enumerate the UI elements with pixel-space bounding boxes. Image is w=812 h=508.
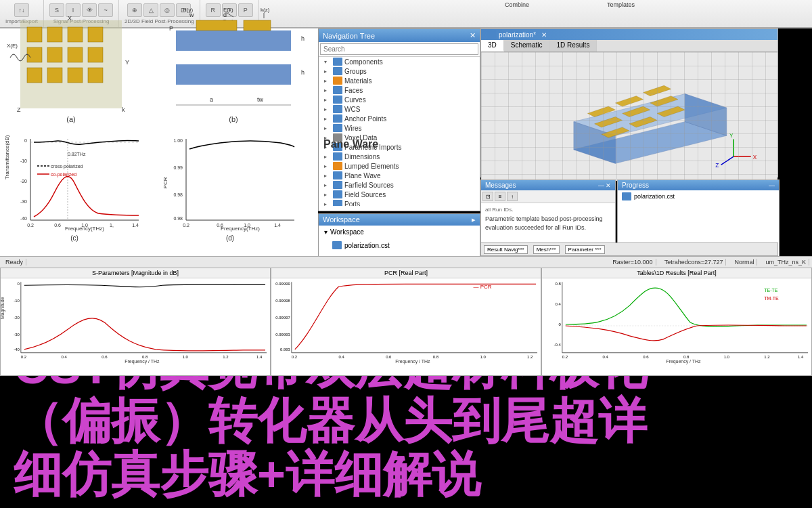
svg-text:Z: Z — [17, 106, 21, 113]
svg-text:0.99998: 0.99998 — [275, 299, 290, 303]
svg-text:— PCR: — PCR — [474, 284, 492, 290]
nav-item-wires[interactable]: ▸ Wires — [319, 123, 480, 133]
svg-text:0.4: 0.4 — [339, 355, 345, 359]
figure-b: (b) w d h h a tw P E(x) H(y) k(z) — [156, 3, 311, 125]
lumped-label: Lumped Elements — [344, 163, 399, 170]
nav-item-field-sources[interactable]: ▸ Field Sources — [319, 190, 480, 199]
svg-text:0.4: 0.4 — [603, 355, 609, 359]
nav-item-wcs[interactable]: ▸ WCS — [319, 104, 480, 114]
workspace-file-label: polarization.cst — [344, 242, 390, 249]
workspace-root[interactable]: ▾ Workspace — [319, 226, 480, 238]
svg-text:1.00: 1.00 — [173, 138, 183, 143]
nav-item-groups[interactable]: ▸ Groups — [319, 66, 480, 76]
svg-text:1,: 1, — [110, 223, 114, 228]
nav-item-lumped[interactable]: ▸ Lumped Elements — [319, 161, 480, 171]
viewport-tab-bar: 3D Schematic 1D Results — [481, 40, 777, 52]
groups-icon — [333, 67, 342, 75]
status-unit: um_THz_ns_K — [763, 259, 809, 266]
svg-rect-5 — [88, 27, 103, 42]
messages-minimize-btn[interactable]: — — [598, 182, 604, 189]
curves-label: Curves — [344, 96, 366, 104]
svg-text:1.0: 1.0 — [183, 355, 189, 359]
messages-filter-btn[interactable]: ≡ — [495, 192, 505, 201]
nav-item-materials[interactable]: ▸ Materials — [319, 76, 480, 85]
svg-text:-20: -20 — [20, 179, 27, 184]
messages-close-btn[interactable]: ✕ — [606, 182, 611, 189]
workspace-file[interactable]: polarization.cst — [319, 238, 480, 252]
svg-rect-13 — [88, 68, 103, 83]
tab-3d[interactable]: 3D — [481, 40, 504, 51]
svg-text:-10: -10 — [20, 158, 27, 163]
expand-icon-13: ▸ — [324, 173, 331, 179]
nav-item-faces[interactable]: ▸ Faces — [319, 85, 480, 95]
svg-text:0.6: 0.6 — [386, 355, 392, 359]
svg-rect-7 — [47, 47, 62, 62]
svg-text:0.6: 0.6 — [643, 355, 649, 359]
svg-text:E(x): E(x) — [223, 7, 233, 13]
svg-text:TM-TE: TM-TE — [764, 296, 779, 301]
dimensions-icon — [333, 152, 342, 161]
expand-icon-4: ▸ — [324, 87, 331, 93]
status-ready: Ready — [3, 259, 26, 266]
components-label: Components — [344, 58, 383, 66]
expand-icon-16: ▸ — [324, 201, 331, 207]
svg-text:1.4: 1.4 — [132, 223, 139, 228]
svg-text:0.99: 0.99 — [173, 165, 183, 170]
svg-text:1.0: 1.0 — [244, 223, 250, 228]
chart-c-transmittance: (c) Transmittance(dB) Frequency(THz) 0 -… — [3, 132, 145, 244]
svg-text:0.8: 0.8 — [556, 282, 562, 286]
result-nav-tab1[interactable]: Result Navig*** — [484, 245, 528, 254]
nav-tree-search-container — [319, 42, 480, 57]
workspace-expand-icon: ▸ — [472, 215, 476, 224]
expand-icon-8: ▸ — [324, 125, 331, 131]
nav-item-curves[interactable]: ▸ Curves — [319, 95, 480, 104]
result-nav-tab2[interactable]: Mesh*** — [533, 245, 560, 254]
materials-label: Materials — [344, 77, 372, 85]
svg-rect-3 — [47, 27, 62, 42]
result-nav-tab3[interactable]: Parameter *** — [565, 245, 605, 254]
nav-item-dimensions[interactable]: ▸ Dimensions — [319, 152, 480, 161]
svg-text:0.2: 0.2 — [21, 355, 27, 359]
svg-text:0.2: 0.2 — [562, 355, 568, 359]
faces-label: Faces — [344, 87, 363, 94]
nav-item-components[interactable]: ▾ Components — [319, 57, 480, 66]
tab-schematic[interactable]: Schematic — [504, 40, 550, 51]
nav-item-farfield[interactable]: ▸ Farfield Sources — [319, 180, 480, 190]
messages-export-btn[interactable]: ↑ — [507, 192, 518, 201]
svg-text:0.4: 0.4 — [556, 302, 562, 306]
nav-item-plane-wave[interactable]: ▸ Plane Wave — [319, 171, 480, 180]
svg-text:Transmittance(dB): Transmittance(dB) — [4, 135, 10, 179]
wcs-icon — [333, 105, 342, 113]
expand-icon-7: ▸ — [324, 116, 331, 122]
progress-file-icon — [622, 192, 631, 200]
groups-label: Groups — [344, 68, 367, 75]
viewport-close-icon[interactable]: ✕ — [541, 31, 547, 39]
svg-text:1.4: 1.4 — [274, 223, 281, 228]
templates-label: Templates — [607, 1, 635, 8]
progress-header: Progress — — [618, 180, 779, 190]
svg-text:k: k — [122, 106, 125, 113]
svg-text:0.99997: 0.99997 — [275, 316, 290, 320]
svg-text:Magnitude: Magnitude — [1, 297, 5, 319]
expand-icon-6: ▸ — [324, 106, 331, 112]
anchor-label: Anchor Points — [344, 115, 386, 123]
status-normal: Normal — [731, 259, 757, 266]
nav-item-anchor[interactable]: ▸ Anchor Points — [319, 114, 480, 123]
expand-icon-3: ▸ — [324, 78, 331, 84]
expand-icon: ▾ — [324, 59, 331, 65]
progress-minimize-btn[interactable]: — — [769, 182, 775, 189]
anchor-icon — [333, 114, 342, 123]
nav-tree-search-input[interactable] — [320, 43, 478, 55]
expand-icon-2: ▸ — [324, 68, 331, 75]
svg-text:Frequency / THz: Frequency / THz — [125, 359, 160, 364]
svg-text:-30: -30 — [20, 199, 27, 204]
svg-rect-9 — [88, 47, 103, 62]
1d-results-svg: Frequency / THz 0.8 0.4 0 -0.4 0.2 0.4 0… — [542, 278, 811, 366]
s-params-svg: Magnitude Frequency / THz 0 -10 -20 -30 … — [1, 278, 270, 366]
svg-rect-21 — [176, 64, 291, 85]
nav-item-ports[interactable]: ▸ Ports — [319, 199, 480, 206]
messages-clear-btn[interactable]: ⊡ — [482, 192, 493, 201]
tab-1d-results[interactable]: 1D Results — [549, 40, 597, 51]
nav-tree-close-icon[interactable]: ✕ — [470, 31, 476, 40]
pcr-svg: Frequency / THz 0.99999 0.99998 0.99997 … — [271, 278, 541, 366]
